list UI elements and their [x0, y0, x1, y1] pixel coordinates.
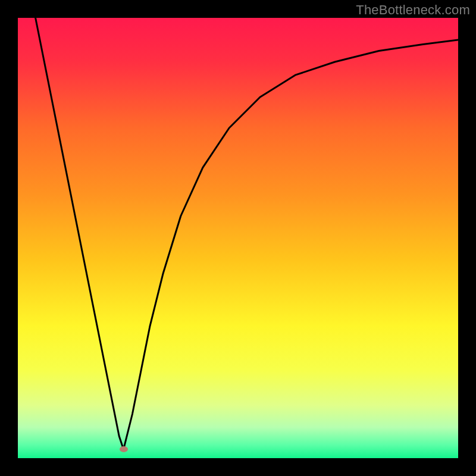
credit-watermark: TheBottleneck.com [356, 2, 470, 18]
plot-area [18, 18, 458, 458]
bottleneck-curve [36, 18, 458, 449]
chart-frame: TheBottleneck.com [0, 0, 476, 476]
curve-layer [18, 18, 458, 458]
minimum-point-marker [120, 446, 128, 452]
